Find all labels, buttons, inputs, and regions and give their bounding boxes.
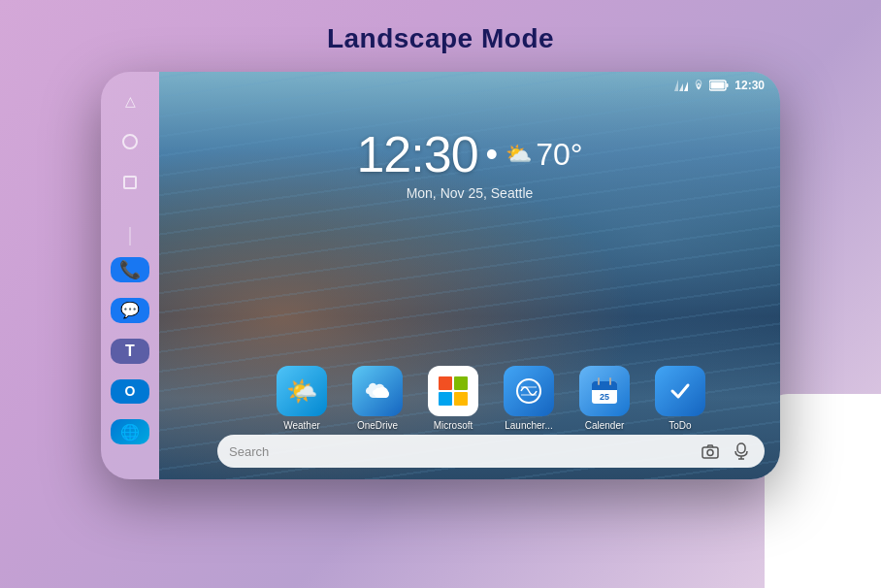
clock-time: 12:30 xyxy=(356,125,477,183)
edge-nav-icon[interactable]: 🌐 xyxy=(111,419,149,444)
weather-icon: ⛅ xyxy=(506,142,532,167)
battery-icon xyxy=(709,80,729,91)
status-time: 12:30 xyxy=(734,79,765,92)
page-title: Landscape Mode xyxy=(327,23,554,54)
weather-widget[interactable]: ⛅ 70° xyxy=(506,137,582,173)
status-bar: 12:30 xyxy=(159,72,780,99)
nav-divider xyxy=(129,227,131,245)
svg-rect-5 xyxy=(711,82,725,89)
calendar-app-icon: 25 xyxy=(579,366,630,416)
todo-app-icon xyxy=(655,366,705,416)
back-button[interactable]: △ xyxy=(120,91,140,111)
svg-text:25: 25 xyxy=(600,392,609,402)
todo-app-label: ToDo xyxy=(669,420,691,431)
todo-app-item[interactable]: ToDo xyxy=(647,366,713,431)
weather-temperature: 70° xyxy=(536,137,582,173)
signal-icon xyxy=(674,80,688,91)
phone-nav-icon[interactable]: 📞 xyxy=(111,257,149,282)
microsoft-app-label: Microsoft xyxy=(434,420,473,431)
svg-rect-11 xyxy=(592,387,617,390)
voice-search-button[interactable] xyxy=(730,440,753,463)
calendar-app-item[interactable]: 25 Calender xyxy=(571,366,637,431)
weather-app-item[interactable]: 🌤️ Weather xyxy=(269,366,335,431)
phone-frame: △ 📞 💬 T O 🌐 xyxy=(101,72,780,479)
clock-date: Mon, Nov 25, Seattle xyxy=(407,185,534,201)
phone-icon: 📞 xyxy=(119,259,141,280)
clock-widget: 12:30 • ⛅ 70° Mon, Nov 25, Seattle xyxy=(159,125,780,201)
svg-marker-2 xyxy=(684,82,688,91)
app-grid: 🌤️ Weather OneDrive xyxy=(217,366,765,431)
edge-icon: 🌐 xyxy=(120,423,140,441)
onedrive-app-icon xyxy=(352,366,403,416)
svg-rect-15 xyxy=(702,447,718,458)
white-card-peek xyxy=(765,394,881,588)
clock-separator: • xyxy=(486,134,499,175)
launcher-app-label: Launcher... xyxy=(505,420,552,431)
svg-rect-17 xyxy=(737,443,745,453)
outlook-icon: O xyxy=(125,383,136,399)
onedrive-app-label: OneDrive xyxy=(357,420,398,431)
nav-buttons-section: △ xyxy=(101,91,159,213)
microsoft-app-icon xyxy=(428,366,478,416)
microsoft-app-item[interactable]: Microsoft xyxy=(420,366,486,431)
messages-nav-icon[interactable]: 💬 xyxy=(111,298,149,323)
launcher-app-item[interactable]: Launcher... xyxy=(496,366,562,431)
weather-app-icon: 🌤️ xyxy=(277,366,327,416)
calendar-app-label: Calender xyxy=(585,420,625,431)
clock-time-row: 12:30 • ⛅ 70° xyxy=(356,125,582,183)
camera-search-button[interactable] xyxy=(699,440,722,463)
teams-nav-icon[interactable]: T xyxy=(111,339,149,364)
svg-point-16 xyxy=(707,450,713,456)
outlook-nav-icon[interactable]: O xyxy=(111,379,149,405)
home-button[interactable] xyxy=(120,132,140,151)
teams-icon: T xyxy=(125,343,135,360)
recents-button[interactable] xyxy=(120,173,140,192)
svg-marker-0 xyxy=(674,80,678,91)
nav-bar: △ 📞 💬 T O 🌐 xyxy=(101,72,159,479)
wifi-icon xyxy=(692,80,705,91)
search-icons xyxy=(699,440,753,463)
status-icons: 12:30 xyxy=(674,79,765,92)
main-content: 12:30 12:30 • ⛅ 70° Mon, Nov 25, Seattle… xyxy=(159,72,780,479)
onedrive-app-item[interactable]: OneDrive xyxy=(344,366,410,431)
search-placeholder: Search xyxy=(229,444,691,459)
svg-rect-4 xyxy=(727,83,729,87)
svg-marker-1 xyxy=(679,83,683,91)
launcher-app-icon xyxy=(504,366,554,416)
messages-icon: 💬 xyxy=(120,301,140,319)
weather-app-label: Weather xyxy=(283,420,320,431)
search-bar[interactable]: Search xyxy=(217,435,765,468)
